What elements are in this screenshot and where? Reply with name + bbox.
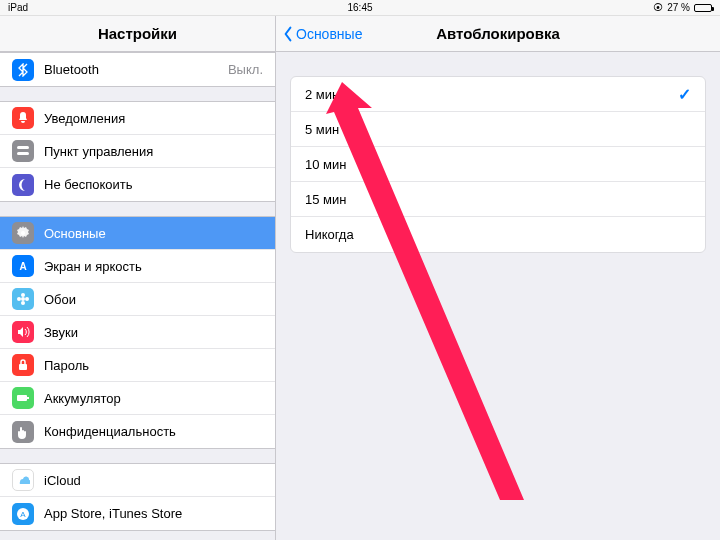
row-label: App Store, iTunes Store	[44, 506, 182, 521]
row-label: Bluetooth	[44, 62, 99, 77]
lock-icon	[12, 354, 34, 376]
sidebar-item-appstore[interactable]: A App Store, iTunes Store	[0, 497, 275, 530]
svg-point-5	[21, 293, 25, 297]
svg-rect-9	[19, 364, 27, 370]
battery-icon	[12, 387, 34, 409]
sidebar-item-flower[interactable]: Обои	[0, 283, 275, 316]
row-label: Уведомления	[44, 111, 125, 126]
chevron-left-icon	[282, 26, 294, 42]
row-label: Пароль	[44, 358, 89, 373]
autolock-option-4[interactable]: Никогда	[291, 217, 705, 252]
moon-icon	[12, 174, 34, 196]
sidebar-item-cloud[interactable]: iCloud	[0, 464, 275, 497]
autolock-option-0[interactable]: 2 мин ✓	[291, 77, 705, 112]
sidebar-item-gear[interactable]: Основные	[0, 217, 275, 250]
speaker-icon	[12, 321, 34, 343]
device-label: iPad	[8, 2, 28, 13]
sidebar-item-bell[interactable]: Уведомления	[0, 102, 275, 135]
flower-icon	[12, 288, 34, 310]
row-label: iCloud	[44, 473, 81, 488]
bluetooth-icon	[12, 59, 34, 81]
sidebar-item-aa[interactable]: A Экран и яркость	[0, 250, 275, 283]
status-right: ⦿ 27 %	[653, 2, 712, 13]
sidebar-item-moon[interactable]: Не беспокоить	[0, 168, 275, 201]
row-label: Обои	[44, 292, 76, 307]
hand-icon	[12, 421, 34, 443]
row-label: Аккумулятор	[44, 391, 121, 406]
svg-point-8	[25, 297, 29, 301]
option-label: 10 мин	[305, 157, 346, 172]
option-label: Никогда	[305, 227, 354, 242]
row-label: Конфиденциальность	[44, 424, 176, 439]
autolock-options: 2 мин ✓ 5 мин 10 мин 15 мин Никогда	[290, 76, 706, 253]
row-label: Экран и яркость	[44, 259, 142, 274]
detail-pane: Основные Автоблокировка 2 мин ✓ 5 мин 10…	[276, 16, 720, 540]
svg-rect-1	[17, 152, 29, 155]
settings-sidebar: Настройки Bluetooth Выкл. Уведомления Пу…	[0, 16, 276, 540]
sidebar-item-lock[interactable]: Пароль	[0, 349, 275, 382]
svg-text:A: A	[19, 261, 26, 272]
sidebar-item-bluetooth[interactable]: Bluetooth Выкл.	[0, 53, 275, 86]
row-value: Выкл.	[228, 62, 263, 77]
aa-icon: A	[12, 255, 34, 277]
switches-icon	[12, 140, 34, 162]
bell-icon	[12, 107, 34, 129]
status-bar: iPad 16:45 ⦿ 27 %	[0, 0, 720, 16]
sidebar-item-speaker[interactable]: Звуки	[0, 316, 275, 349]
svg-rect-11	[27, 397, 29, 399]
sidebar-item-switches[interactable]: Пункт управления	[0, 135, 275, 168]
cloud-icon	[12, 469, 34, 491]
autolock-option-3[interactable]: 15 мин	[291, 182, 705, 217]
battery-icon	[694, 4, 712, 12]
row-label: Пункт управления	[44, 144, 153, 159]
row-label: Не беспокоить	[44, 177, 133, 192]
battery-pct: 27 %	[667, 2, 690, 13]
row-label: Основные	[44, 226, 106, 241]
appstore-icon: A	[12, 503, 34, 525]
svg-point-6	[21, 301, 25, 305]
sidebar-item-battery[interactable]: Аккумулятор	[0, 382, 275, 415]
sidebar-header: Настройки	[0, 16, 275, 52]
detail-title: Автоблокировка	[436, 25, 560, 42]
row-label: Звуки	[44, 325, 78, 340]
autolock-option-2[interactable]: 10 мин	[291, 147, 705, 182]
sidebar-item-hand[interactable]: Конфиденциальность	[0, 415, 275, 448]
back-button[interactable]: Основные	[282, 26, 362, 42]
svg-point-7	[17, 297, 21, 301]
checkmark-icon: ✓	[678, 85, 691, 104]
svg-text:A: A	[20, 510, 26, 519]
option-label: 5 мин	[305, 122, 339, 137]
svg-rect-10	[17, 395, 27, 401]
svg-point-4	[21, 297, 25, 301]
detail-header: Основные Автоблокировка	[276, 16, 720, 52]
autolock-option-1[interactable]: 5 мин	[291, 112, 705, 147]
clock: 16:45	[347, 2, 372, 13]
option-label: 2 мин	[305, 87, 339, 102]
back-label: Основные	[296, 26, 362, 42]
option-label: 15 мин	[305, 192, 346, 207]
gear-icon	[12, 222, 34, 244]
svg-rect-0	[17, 146, 29, 149]
sidebar-title: Настройки	[98, 25, 177, 42]
